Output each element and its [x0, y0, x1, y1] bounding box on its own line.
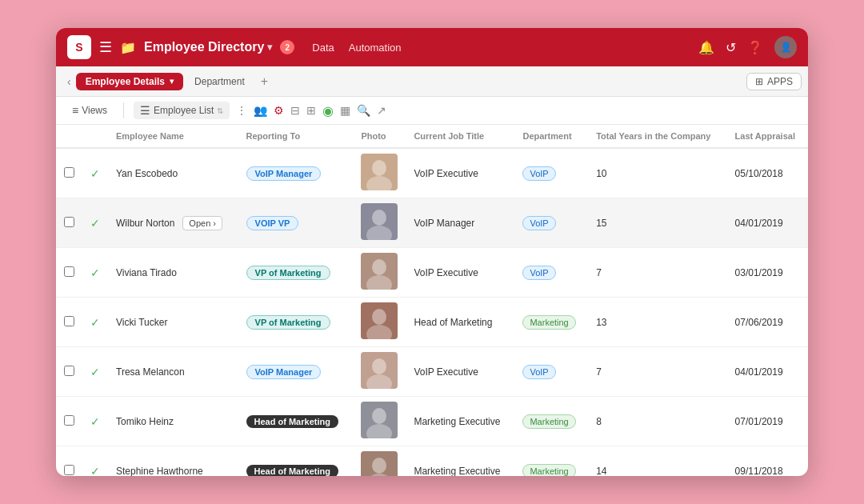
row-employee-name: Tresa Melancon — [108, 347, 238, 397]
row-job-title: VoIP Executive — [406, 347, 514, 397]
row-department: VoIP — [514, 198, 588, 248]
row-job-title: Head of Marketing — [406, 298, 514, 347]
color-icon[interactable]: ◉ — [322, 103, 334, 118]
row-checkbox[interactable] — [64, 266, 74, 277]
row-checkbox[interactable] — [64, 465, 74, 475]
table-area: Employee Name Reporting To Photo Current… — [56, 125, 808, 476]
check-icon: ✓ — [90, 366, 100, 378]
nav-links: Data Automation — [312, 42, 401, 54]
row-years: 15 — [588, 198, 726, 248]
table-row: ✓ Tomiko Heinz Head of Marketing Marketi… — [56, 397, 808, 446]
toolbar-divider-1 — [123, 102, 124, 118]
svg-point-4 — [372, 210, 386, 226]
row-appraisal: 04/01/2019 — [727, 347, 808, 397]
row-job-title: Marketing Executive — [406, 397, 514, 446]
app-title: Employee Directory ▾ — [144, 40, 272, 54]
apps-grid-icon: ⊞ — [755, 76, 763, 87]
table-row: ✓ Wilbur Norton Open › VOIP VP VoIP Mana… — [56, 198, 808, 248]
refresh-icon[interactable]: ↺ — [726, 40, 736, 55]
row-department: VoIP — [514, 248, 588, 298]
row-reporting-to: Head of Marketing — [238, 446, 354, 477]
svg-point-10 — [372, 309, 386, 325]
row-years: 10 — [588, 148, 726, 198]
bell-icon[interactable]: 🔔 — [698, 40, 714, 55]
check-icon: ✓ — [90, 465, 100, 477]
grid-icon[interactable]: ▦ — [340, 104, 350, 117]
tab-scroll-left-icon[interactable]: ‹ — [62, 75, 76, 88]
tab-chevron-icon: ▾ — [170, 77, 174, 86]
row-appraisal: 07/06/2019 — [727, 298, 808, 347]
row-employee-name: Tomiko Heinz — [108, 397, 238, 446]
table-row: ✓ Yan Escobedo VoIP Manager VoIP Executi… — [56, 148, 808, 198]
table-row: ✓ Stephine Hawthorne Head of Marketing M… — [56, 446, 808, 477]
row-status-cell: ✓ — [82, 446, 108, 477]
tab-employee-details[interactable]: Employee Details ▾ — [76, 73, 183, 90]
people-icon[interactable]: 👥 — [254, 104, 267, 117]
check-icon: ✓ — [90, 167, 100, 180]
row-job-title: Marketing Executive — [406, 446, 514, 477]
svg-point-16 — [372, 408, 386, 424]
svg-point-1 — [372, 160, 386, 176]
row-checkbox-cell[interactable] — [56, 248, 82, 298]
row-department: Marketing — [514, 446, 588, 477]
row-reporting-to: VP of Marketing — [238, 298, 354, 347]
nav-data[interactable]: Data — [312, 42, 334, 54]
row-checkbox-cell[interactable] — [56, 298, 82, 347]
tab-department[interactable]: Department — [183, 73, 256, 90]
hamburger-icon[interactable]: ☰ — [99, 38, 112, 56]
row-department: Marketing — [514, 397, 588, 446]
row-checkbox[interactable] — [64, 316, 74, 326]
app-window: S ☰ 📁 Employee Directory ▾ 2 Data Automa… — [56, 28, 808, 476]
row-reporting-to: VP of Marketing — [238, 248, 354, 298]
help-icon[interactable]: ❓ — [747, 40, 763, 55]
row-checkbox[interactable] — [64, 217, 74, 227]
row-years: 7 — [588, 248, 726, 298]
employee-list-button[interactable]: ☰ Employee List ⇅ — [134, 102, 230, 119]
check-icon: ✓ — [90, 217, 100, 230]
apps-button[interactable]: ⊞ APPS — [746, 73, 802, 90]
row-job-title: VoIP Manager — [406, 198, 514, 248]
row-reporting-to: VOIP VP — [238, 198, 354, 248]
search-icon[interactable]: 🔍 — [357, 104, 370, 117]
row-reporting-to: VoIP Manager — [238, 148, 354, 198]
row-checkbox-cell[interactable] — [56, 397, 82, 446]
row-checkbox[interactable] — [64, 366, 74, 376]
columns-icon[interactable]: ⊟ — [290, 104, 300, 117]
row-department: Marketing — [514, 298, 588, 347]
views-button[interactable]: ≡ Views — [66, 102, 114, 119]
row-photo — [353, 446, 406, 477]
row-reporting-to: Head of Marketing — [238, 397, 354, 446]
open-button[interactable]: Open › — [182, 216, 222, 230]
row-photo — [353, 397, 406, 446]
svg-point-7 — [372, 259, 386, 275]
tab-add-icon[interactable]: + — [256, 74, 273, 89]
settings-icon[interactable]: ⚙ — [274, 104, 284, 117]
row-reporting-to: VoIP Manager — [238, 347, 354, 397]
header-reporting-to: Reporting To — [238, 125, 354, 148]
row-checkbox-cell[interactable] — [56, 198, 82, 248]
row-photo — [353, 198, 406, 248]
row-employee-name: Stephine Hawthorne — [108, 446, 238, 477]
row-status-cell: ✓ — [82, 298, 108, 347]
notification-badge: 2 — [280, 40, 294, 54]
row-employee-name: Vicki Tucker — [108, 298, 238, 347]
check-icon: ✓ — [90, 266, 100, 279]
row-employee-name: Wilbur Norton Open › — [108, 198, 238, 248]
row-checkbox-cell[interactable] — [56, 347, 82, 397]
filter-icon[interactable]: ⊞ — [306, 104, 316, 117]
row-checkbox-cell[interactable] — [56, 148, 82, 198]
nav-automation[interactable]: Automation — [349, 42, 402, 54]
row-checkbox[interactable] — [64, 167, 74, 178]
row-checkbox[interactable] — [64, 415, 74, 426]
table-header-row: Employee Name Reporting To Photo Current… — [56, 125, 808, 148]
row-employee-name: Yan Escobedo — [108, 148, 238, 198]
check-icon: ✓ — [90, 415, 100, 428]
user-avatar[interactable]: 👤 — [774, 36, 797, 58]
list-icon: ☰ — [140, 104, 150, 117]
share-icon[interactable]: ↗ — [377, 104, 386, 117]
row-job-title: VoIP Executive — [406, 248, 514, 298]
row-photo — [353, 248, 406, 298]
row-checkbox-cell[interactable] — [56, 446, 82, 477]
header-employee-name: Employee Name — [108, 125, 238, 148]
more-options-icon[interactable]: ⋮ — [236, 104, 247, 117]
